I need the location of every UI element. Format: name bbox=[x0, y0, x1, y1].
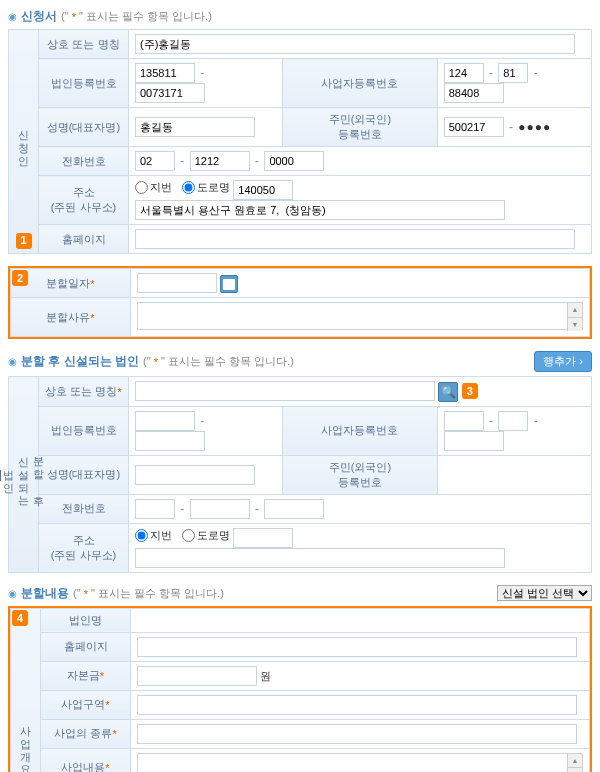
masked-dots bbox=[518, 120, 551, 134]
label-company3: 상호 또는 명칭* bbox=[39, 377, 129, 407]
sec4-title: 분할내용 bbox=[21, 585, 69, 602]
collapse-icon[interactable]: − bbox=[0, 470, 1, 481]
input-rep-name[interactable] bbox=[135, 117, 255, 137]
input-homepage4[interactable] bbox=[137, 637, 577, 657]
label-corp-reg: 법인등록번호 bbox=[39, 59, 129, 108]
corp-select-dropdown[interactable]: 신설 법인 선택 bbox=[497, 585, 592, 601]
label-phone3: 전화번호 bbox=[39, 494, 129, 523]
radio-jibun3[interactable]: 지번 bbox=[135, 528, 172, 543]
input-ph3b[interactable] bbox=[190, 499, 250, 519]
textarea-biz-content[interactable] bbox=[137, 753, 583, 772]
sec1-header: ◉ 신청서 (" * " 표시는 필수 항목 입니다.) bbox=[8, 8, 592, 25]
bullet-icon: ◉ bbox=[8, 588, 17, 599]
input-zip3[interactable] bbox=[233, 528, 293, 548]
sec3-side-label: 분할 후 신설되는 법인 − bbox=[9, 377, 39, 573]
input-ph3[interactable] bbox=[264, 151, 324, 171]
input-homepage[interactable] bbox=[135, 229, 575, 249]
input-corp-reg3a[interactable] bbox=[135, 411, 195, 431]
label-split-date: 분할일자* bbox=[11, 269, 131, 298]
input-addr[interactable] bbox=[135, 200, 505, 220]
label-addr: 주소 (주된 사무소) bbox=[39, 176, 129, 225]
search-icon[interactable]: 🔍 bbox=[438, 382, 458, 402]
won-suffix: 원 bbox=[260, 670, 271, 682]
input-biz1[interactable] bbox=[444, 63, 484, 83]
input-company[interactable] bbox=[135, 34, 575, 54]
input-biz3a[interactable] bbox=[444, 411, 484, 431]
req-note: (" * " 표시는 필수 항목 입니다.) bbox=[143, 354, 294, 369]
label-resident3: 주민(외국인) 등록번호 bbox=[283, 455, 437, 494]
req-note: (" * " 표시는 필수 항목 입니다.) bbox=[73, 586, 224, 601]
radio-doro[interactable]: 도로명 bbox=[182, 180, 230, 195]
bullet-icon: ◉ bbox=[8, 356, 17, 367]
label-biz-reg: 사업자등록번호 bbox=[283, 59, 437, 108]
label-addr3: 주소 (주된 사무소) bbox=[39, 523, 129, 572]
label-phone: 전화번호 bbox=[39, 147, 129, 176]
label-homepage4: 홈페이지 bbox=[41, 632, 131, 661]
label-homepage: 홈페이지 bbox=[39, 225, 129, 254]
textarea-split-reason[interactable] bbox=[137, 302, 583, 330]
badge-4: 4 bbox=[12, 610, 28, 626]
input-capital[interactable] bbox=[137, 666, 257, 686]
input-ph3c[interactable] bbox=[264, 499, 324, 519]
input-ph3a[interactable] bbox=[135, 499, 175, 519]
sec2-box: 2 분할일자* 분할사유* ▲▼ bbox=[8, 266, 592, 339]
badge-1: 1 bbox=[16, 233, 32, 249]
input-zip[interactable] bbox=[233, 180, 293, 200]
badge-2: 2 bbox=[12, 270, 28, 286]
input-rep-name3[interactable] bbox=[135, 465, 255, 485]
label-resident: 주민(외국인) 등록번호 bbox=[283, 108, 437, 147]
bullet-icon: ◉ bbox=[8, 11, 17, 22]
input-biz-type[interactable] bbox=[137, 724, 577, 744]
label-biz-area: 사업구역* bbox=[41, 690, 131, 719]
input-company3[interactable] bbox=[135, 381, 435, 401]
sec3-header: ◉ 분할 후 신설되는 법인 (" * " 표시는 필수 항목 입니다.) 행추… bbox=[8, 351, 592, 372]
input-ph1[interactable] bbox=[135, 151, 175, 171]
sec4-header: ◉ 분할내용 (" * " 표시는 필수 항목 입니다.) 신설 법인 선택 bbox=[8, 585, 592, 602]
input-biz2[interactable] bbox=[498, 63, 528, 83]
sec3-table: 분할 후 신설되는 법인 − 상호 또는 명칭* 🔍 3 법인등록번호 - 사업… bbox=[8, 376, 592, 573]
label-corp-name: 법인명 bbox=[41, 608, 131, 632]
req-note: (" * " 표시는 필수 항목 입니다.) bbox=[61, 9, 212, 24]
sec1-table: 신청인 1 상호 또는 명칭 법인등록번호 - 사업자등록번호 - - 성명(대… bbox=[8, 29, 592, 254]
label-corp-reg3: 법인등록번호 bbox=[39, 406, 129, 455]
radio-jibun[interactable]: 지번 bbox=[135, 180, 172, 195]
label-biz-type: 사업의 종류* bbox=[41, 719, 131, 748]
input-corp-reg1[interactable] bbox=[135, 63, 195, 83]
label-capital: 자본금* bbox=[41, 661, 131, 690]
textarea-spinner[interactable]: ▲▼ bbox=[567, 754, 582, 772]
input-biz3c[interactable] bbox=[444, 431, 504, 451]
radio-doro3[interactable]: 도로명 bbox=[182, 528, 230, 543]
input-corp-reg3b[interactable] bbox=[135, 431, 205, 451]
input-biz-area[interactable] bbox=[137, 695, 577, 715]
sec4-side1: 사업개요 bbox=[11, 608, 41, 772]
input-split-date[interactable] bbox=[137, 273, 217, 293]
label-company: 상호 또는 명칭 bbox=[39, 30, 129, 59]
sec4-box: 4 사업개요 법인명 홈페이지 자본금* 원 사업구역* 사업의 종류* 사업내… bbox=[8, 606, 592, 772]
label-biz-content: 사업내용* bbox=[41, 748, 131, 772]
sec1-side-label: 신청인 1 bbox=[9, 30, 39, 254]
textarea-spinner[interactable]: ▲▼ bbox=[567, 303, 582, 331]
label-biz-reg3: 사업자등록번호 bbox=[283, 406, 437, 455]
label-rep-name: 성명(대표자명) bbox=[39, 108, 129, 147]
sec3-title: 분할 후 신설되는 법인 bbox=[21, 353, 139, 370]
add-row-button[interactable]: 행추가 › bbox=[534, 351, 592, 372]
input-biz3[interactable] bbox=[444, 83, 504, 103]
input-res1[interactable] bbox=[444, 117, 504, 137]
label-rep-name3: 성명(대표자명) bbox=[39, 455, 129, 494]
input-biz3b[interactable] bbox=[498, 411, 528, 431]
sec1-title: 신청서 bbox=[21, 8, 57, 25]
input-ph2[interactable] bbox=[190, 151, 250, 171]
calendar-icon[interactable] bbox=[220, 275, 238, 293]
input-corp-reg2[interactable] bbox=[135, 83, 205, 103]
input-addr3[interactable] bbox=[135, 548, 505, 568]
badge-3: 3 bbox=[462, 383, 478, 399]
label-split-reason: 분할사유* bbox=[11, 298, 131, 337]
